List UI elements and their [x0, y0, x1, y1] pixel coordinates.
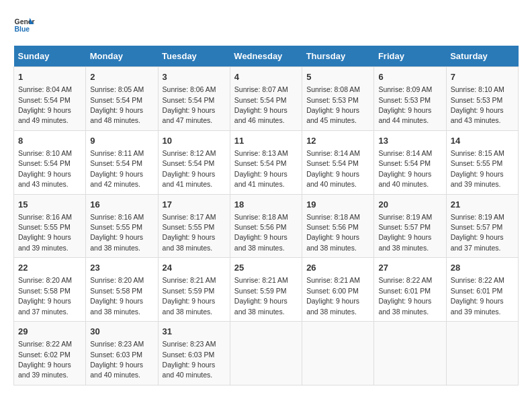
day-info: Sunrise: 8:16 AMSunset: 5:55 PMDaylight:…	[90, 213, 144, 252]
day-info: Sunrise: 8:23 AMSunset: 6:03 PMDaylight:…	[163, 340, 216, 379]
calendar-table: SundayMondayTuesdayWednesdayThursdayFrid…	[13, 46, 519, 385]
day-number: 3	[163, 71, 226, 83]
day-number: 14	[451, 135, 514, 147]
day-number: 19	[306, 199, 369, 211]
day-of-week-header: Thursday	[302, 46, 374, 67]
day-info: Sunrise: 8:22 AMSunset: 6:01 PMDaylight:…	[451, 276, 504, 315]
calendar-cell: 9 Sunrise: 8:11 AMSunset: 5:54 PMDayligh…	[86, 130, 158, 194]
calendar-cell: 25 Sunrise: 8:21 AMSunset: 5:59 PMDaylig…	[230, 258, 302, 322]
day-info: Sunrise: 8:21 AMSunset: 5:59 PMDaylight:…	[163, 276, 216, 315]
day-number: 5	[306, 71, 369, 83]
calendar-cell: 31 Sunrise: 8:23 AMSunset: 6:03 PMDaylig…	[158, 322, 230, 385]
calendar-header-row: SundayMondayTuesdayWednesdayThursdayFrid…	[14, 46, 519, 67]
day-info: Sunrise: 8:18 AMSunset: 5:56 PMDaylight:…	[306, 213, 360, 252]
day-number: 6	[378, 71, 441, 83]
calendar-cell: 8 Sunrise: 8:10 AMSunset: 5:54 PMDayligh…	[14, 130, 86, 194]
day-number: 21	[451, 199, 514, 211]
day-info: Sunrise: 8:09 AMSunset: 5:53 PMDaylight:…	[378, 85, 432, 124]
day-info: Sunrise: 8:11 AMSunset: 5:54 PMDaylight:…	[90, 149, 144, 188]
day-number: 24	[163, 262, 226, 274]
day-of-week-header: Tuesday	[158, 46, 230, 67]
day-number: 8	[18, 135, 81, 147]
logo-icon: General Blue	[13, 13, 35, 35]
day-number: 27	[378, 262, 441, 274]
day-number: 31	[163, 326, 226, 338]
day-number: 10	[163, 135, 226, 147]
calendar-cell: 5 Sunrise: 8:08 AMSunset: 5:53 PMDayligh…	[302, 67, 374, 131]
day-number: 9	[90, 135, 153, 147]
day-info: Sunrise: 8:22 AMSunset: 6:01 PMDaylight:…	[378, 276, 432, 315]
calendar-week-row: 15 Sunrise: 8:16 AMSunset: 5:55 PMDaylig…	[14, 194, 519, 258]
header: General Blue	[13, 13, 519, 35]
day-number: 4	[234, 71, 298, 83]
calendar-cell: 15 Sunrise: 8:16 AMSunset: 5:55 PMDaylig…	[14, 194, 86, 258]
day-number: 13	[378, 135, 441, 147]
day-info: Sunrise: 8:14 AMSunset: 5:54 PMDaylight:…	[378, 149, 432, 188]
calendar-cell: 3 Sunrise: 8:06 AMSunset: 5:54 PMDayligh…	[158, 67, 230, 131]
calendar-cell: 24 Sunrise: 8:21 AMSunset: 5:59 PMDaylig…	[158, 258, 230, 322]
day-info: Sunrise: 8:19 AMSunset: 5:57 PMDaylight:…	[378, 213, 432, 252]
calendar-week-row: 29 Sunrise: 8:22 AMSunset: 6:02 PMDaylig…	[14, 322, 519, 385]
calendar-week-row: 1 Sunrise: 8:04 AMSunset: 5:54 PMDayligh…	[14, 67, 519, 131]
day-info: Sunrise: 8:04 AMSunset: 5:54 PMDaylight:…	[18, 85, 72, 124]
calendar-cell: 23 Sunrise: 8:20 AMSunset: 5:58 PMDaylig…	[86, 258, 158, 322]
calendar-cell: 29 Sunrise: 8:22 AMSunset: 6:02 PMDaylig…	[14, 322, 86, 385]
day-info: Sunrise: 8:23 AMSunset: 6:03 PMDaylight:…	[90, 340, 144, 379]
day-info: Sunrise: 8:20 AMSunset: 5:58 PMDaylight:…	[18, 276, 72, 315]
day-info: Sunrise: 8:21 AMSunset: 5:59 PMDaylight:…	[234, 276, 288, 315]
calendar-cell: 10 Sunrise: 8:12 AMSunset: 5:54 PMDaylig…	[158, 130, 230, 194]
calendar-cell	[374, 322, 446, 385]
day-info: Sunrise: 8:16 AMSunset: 5:55 PMDaylight:…	[18, 213, 72, 252]
day-number: 18	[234, 199, 298, 211]
day-info: Sunrise: 8:07 AMSunset: 5:54 PMDaylight:…	[234, 85, 288, 124]
calendar-cell: 6 Sunrise: 8:09 AMSunset: 5:53 PMDayligh…	[374, 67, 446, 131]
day-number: 26	[306, 262, 369, 274]
calendar-body: 1 Sunrise: 8:04 AMSunset: 5:54 PMDayligh…	[14, 67, 519, 385]
calendar-cell: 19 Sunrise: 8:18 AMSunset: 5:56 PMDaylig…	[302, 194, 374, 258]
calendar-cell: 20 Sunrise: 8:19 AMSunset: 5:57 PMDaylig…	[374, 194, 446, 258]
day-info: Sunrise: 8:14 AMSunset: 5:54 PMDaylight:…	[306, 149, 360, 188]
day-number: 12	[306, 135, 369, 147]
day-of-week-header: Friday	[374, 46, 446, 67]
day-number: 7	[451, 71, 514, 83]
day-info: Sunrise: 8:10 AMSunset: 5:53 PMDaylight:…	[451, 85, 504, 124]
day-number: 29	[18, 326, 81, 338]
calendar-week-row: 22 Sunrise: 8:20 AMSunset: 5:58 PMDaylig…	[14, 258, 519, 322]
calendar-cell: 22 Sunrise: 8:20 AMSunset: 5:58 PMDaylig…	[14, 258, 86, 322]
calendar-cell: 18 Sunrise: 8:18 AMSunset: 5:56 PMDaylig…	[230, 194, 302, 258]
day-number: 1	[18, 71, 81, 83]
day-of-week-header: Monday	[86, 46, 158, 67]
calendar-cell: 17 Sunrise: 8:17 AMSunset: 5:55 PMDaylig…	[158, 194, 230, 258]
day-number: 20	[378, 199, 441, 211]
day-number: 28	[451, 262, 514, 274]
day-number: 15	[18, 199, 81, 211]
day-of-week-header: Sunday	[14, 46, 86, 67]
calendar-cell: 16 Sunrise: 8:16 AMSunset: 5:55 PMDaylig…	[86, 194, 158, 258]
calendar-cell	[302, 322, 374, 385]
day-info: Sunrise: 8:17 AMSunset: 5:55 PMDaylight:…	[163, 213, 216, 252]
day-info: Sunrise: 8:12 AMSunset: 5:54 PMDaylight:…	[163, 149, 216, 188]
calendar-cell: 13 Sunrise: 8:14 AMSunset: 5:54 PMDaylig…	[374, 130, 446, 194]
day-number: 2	[90, 71, 153, 83]
day-info: Sunrise: 8:18 AMSunset: 5:56 PMDaylight:…	[234, 213, 288, 252]
calendar-cell: 27 Sunrise: 8:22 AMSunset: 6:01 PMDaylig…	[374, 258, 446, 322]
calendar-cell: 14 Sunrise: 8:15 AMSunset: 5:55 PMDaylig…	[446, 130, 518, 194]
day-info: Sunrise: 8:15 AMSunset: 5:55 PMDaylight:…	[451, 149, 504, 188]
calendar-cell	[230, 322, 302, 385]
calendar-cell: 12 Sunrise: 8:14 AMSunset: 5:54 PMDaylig…	[302, 130, 374, 194]
day-info: Sunrise: 8:19 AMSunset: 5:57 PMDaylight:…	[451, 213, 504, 252]
day-of-week-header: Saturday	[446, 46, 518, 67]
calendar-cell: 2 Sunrise: 8:05 AMSunset: 5:54 PMDayligh…	[86, 67, 158, 131]
day-number: 11	[234, 135, 298, 147]
day-number: 30	[90, 326, 153, 338]
day-info: Sunrise: 8:13 AMSunset: 5:54 PMDaylight:…	[234, 149, 288, 188]
calendar-cell: 21 Sunrise: 8:19 AMSunset: 5:57 PMDaylig…	[446, 194, 518, 258]
day-info: Sunrise: 8:20 AMSunset: 5:58 PMDaylight:…	[90, 276, 144, 315]
day-info: Sunrise: 8:06 AMSunset: 5:54 PMDaylight:…	[163, 85, 216, 124]
day-info: Sunrise: 8:10 AMSunset: 5:54 PMDaylight:…	[18, 149, 72, 188]
calendar-cell: 4 Sunrise: 8:07 AMSunset: 5:54 PMDayligh…	[230, 67, 302, 131]
day-info: Sunrise: 8:05 AMSunset: 5:54 PMDaylight:…	[90, 85, 144, 124]
day-number: 25	[234, 262, 298, 274]
calendar-cell: 28 Sunrise: 8:22 AMSunset: 6:01 PMDaylig…	[446, 258, 518, 322]
day-number: 16	[90, 199, 153, 211]
